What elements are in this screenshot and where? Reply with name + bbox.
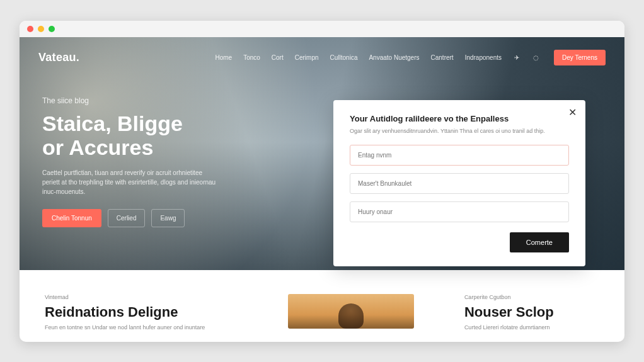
hero-primary-button[interactable]: Chelin Tonnun	[42, 209, 101, 227]
nav-item-6[interactable]: Cantrert	[431, 54, 454, 61]
modal-subtitle: Ogar slit ary venhuensditnruandvin. Ytta…	[350, 127, 569, 135]
nav-cta-button[interactable]: Dey Ternens	[554, 50, 606, 65]
signup-modal: ✕ Your Autidlog ralildeere vo the Enpall…	[333, 100, 585, 267]
nav-item-5[interactable]: Anvaato Nuetgers	[369, 54, 419, 61]
hero-eyebrow: The siice blog	[42, 96, 221, 105]
nav-item-3[interactable]: Cerimpn	[295, 54, 319, 61]
minimize-window-button[interactable]	[38, 26, 44, 32]
card-image	[288, 294, 414, 329]
nav-item-1[interactable]: Tonco	[243, 54, 260, 61]
maximize-window-button[interactable]	[49, 26, 55, 32]
top-nav: Vateau. Home Tonco Cort Cerimpn Culltoni…	[20, 37, 624, 67]
card-2-desc: Curted Liereri rlotatre dumrtianern	[464, 324, 599, 331]
viewport: Vateau. Home Tonco Cort Cerimpn Culltoni…	[20, 37, 624, 342]
hero-buttons: Chelin Tonnun Cerlied Eawg	[42, 209, 221, 227]
brand-logo[interactable]: Vateau.	[38, 51, 79, 64]
window-titlebar	[20, 21, 624, 37]
close-window-button[interactable]	[27, 26, 33, 32]
browser-window: Vateau. Home Tonco Cort Cerimpn Culltoni…	[20, 21, 624, 342]
hero-secondary-button-2[interactable]: Eawg	[151, 209, 185, 227]
card-1-desc: Feun en tontne sn Undar we nod lannt huf…	[45, 324, 238, 331]
card-2: Carperite Cgutbon Nouser Sclop Curted Li…	[464, 294, 599, 331]
hero-title-line2: or Accures	[42, 135, 153, 159]
card-2-eyebrow: Carperite Cgutbon	[464, 294, 599, 300]
plane-icon[interactable]: ✈	[513, 54, 520, 61]
modal-input-3[interactable]	[350, 201, 569, 222]
nav-item-home[interactable]: Home	[215, 54, 232, 61]
hero-title: Staica, Bligge or Accures	[42, 111, 221, 159]
modal-title: Your Autidlog ralildeere vo the Enpalles…	[350, 114, 569, 123]
card-2-title: Nouser Sclop	[464, 304, 599, 320]
hero-description: Caettel purtfictian, tiuan anrd reverify…	[42, 168, 219, 196]
nav-item-2[interactable]: Cort	[272, 54, 284, 61]
nav-links: Home Tonco Cort Cerimpn Culltonica Anvaa…	[215, 50, 606, 65]
card-1-eyebrow: Vintemad	[45, 294, 238, 300]
card-1-title: Reidnations Deligne	[45, 304, 238, 320]
close-icon[interactable]: ✕	[568, 108, 577, 118]
modal-submit-button[interactable]: Comerte	[510, 232, 569, 252]
hero-secondary-button-1[interactable]: Cerlied	[108, 209, 146, 227]
nav-item-7[interactable]: Indraponents	[465, 54, 502, 61]
cards-section: Vintemad Reidnations Deligne Feun en ton…	[20, 270, 624, 331]
modal-input-1[interactable]	[350, 145, 569, 166]
hero-title-line1: Staica, Bligge	[42, 111, 183, 135]
modal-input-2[interactable]	[350, 173, 569, 194]
hero-content: The siice blog Staica, Bligge or Accures…	[20, 67, 221, 227]
card-1: Vintemad Reidnations Deligne Feun en ton…	[45, 294, 238, 331]
nav-item-4[interactable]: Culltonica	[330, 54, 358, 61]
globe-icon[interactable]: ◌	[532, 54, 540, 61]
